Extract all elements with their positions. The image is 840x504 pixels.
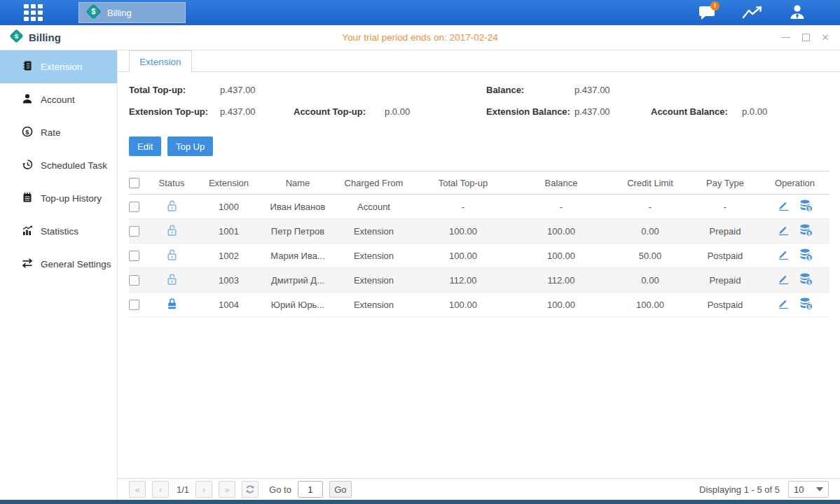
window-bottom-edge: [0, 500, 840, 504]
billing-diamond-icon: $: [9, 29, 24, 46]
go-button[interactable]: Go: [329, 481, 352, 498]
edit-extension-icon[interactable]: [777, 273, 790, 287]
topup-extension-icon[interactable]: $: [799, 298, 813, 312]
sidebar-item-label: Statistics: [41, 226, 78, 237]
row-checkbox[interactable]: [129, 226, 139, 237]
table-row: 1003Дмитрий Д...Extension112.00112.000.0…: [129, 268, 829, 293]
user-account-icon[interactable]: [785, 3, 809, 22]
total-topup-cell: -: [414, 195, 512, 219]
table-row: 1001Петр ПетровExtension100.00100.000.00…: [129, 219, 829, 244]
goto-label: Go to: [269, 484, 291, 495]
extension-cell: 1000: [195, 195, 262, 219]
sidebar-item-label: Account: [41, 94, 75, 105]
sidebar: Extension Account $ Rate Scheduled Task: [0, 50, 118, 500]
edit-extension-icon[interactable]: [777, 224, 790, 238]
topup-extension-icon[interactable]: $: [799, 200, 813, 214]
clock-icon: [22, 159, 33, 172]
goto-page-input[interactable]: [298, 481, 323, 498]
person-icon: [22, 93, 33, 106]
pay-type-cell: Prepaid: [690, 219, 760, 244]
messages-icon[interactable]: !: [696, 3, 719, 22]
chevron-down-icon: [816, 487, 823, 491]
sidebar-item-topup-history[interactable]: Top-up History: [0, 182, 117, 215]
resource-monitor-icon[interactable]: [741, 3, 764, 22]
topup-extension-icon[interactable]: $: [799, 273, 813, 288]
top-up-button[interactable]: Top Up: [167, 136, 213, 156]
prev-page-button[interactable]: ‹: [152, 481, 169, 498]
svg-text:$: $: [808, 230, 811, 236]
name-cell: Мария Ива...: [262, 244, 333, 268]
sidebar-item-statistics[interactable]: Statistics: [0, 215, 117, 248]
col-total-topup: Total Top-up: [414, 172, 512, 195]
table-row: 1000Иван ИвановAccount----$: [129, 195, 829, 219]
taskbar-billing-tab[interactable]: $ Billing: [78, 2, 186, 23]
total-topup-cell: 112.00: [414, 268, 512, 293]
sidebar-item-label: Scheduled Task: [41, 160, 107, 171]
extension-cell: 1001: [195, 219, 262, 244]
last-page-button[interactable]: »: [219, 481, 235, 498]
row-checkbox[interactable]: [129, 202, 139, 212]
col-pay-type: Pay Type: [690, 172, 760, 195]
row-checkbox[interactable]: [129, 275, 139, 286]
total-topup-cell: 100.00: [414, 244, 512, 268]
edit-extension-icon[interactable]: [777, 298, 790, 312]
select-all-checkbox[interactable]: [129, 178, 139, 188]
trial-notice: Your trial period ends on: 2017-02-24: [0, 25, 840, 50]
charged-from-cell: Extension: [333, 244, 414, 268]
row-checkbox[interactable]: [129, 300, 139, 310]
table-header-row: Status Extension Name Charged From Total…: [129, 172, 829, 195]
col-charged-from: Charged From: [333, 172, 414, 195]
name-cell: Дмитрий Д...: [262, 268, 333, 293]
svg-text:$: $: [808, 304, 811, 309]
close-icon[interactable]: ×: [822, 34, 829, 41]
sidebar-item-general-settings[interactable]: General Settings: [0, 248, 117, 281]
topup-extension-icon[interactable]: $: [799, 248, 813, 263]
topbar-icons: !: [696, 0, 809, 25]
balance-cell: 100.00: [512, 293, 610, 317]
topup-extension-icon[interactable]: $: [799, 224, 813, 239]
col-extension: Extension: [195, 172, 262, 195]
account-balance-value: p.0.00: [742, 106, 767, 117]
sidebar-item-account[interactable]: Account: [0, 83, 117, 116]
window-title: Billing: [29, 31, 61, 43]
svg-text:$: $: [808, 279, 811, 285]
minimize-icon[interactable]: [781, 37, 790, 38]
charged-from-cell: Account: [333, 195, 414, 219]
credit-limit-cell: 50.00: [610, 244, 690, 268]
unlocked-status-icon: [166, 253, 178, 263]
sidebar-item-scheduled-task[interactable]: Scheduled Task: [0, 149, 117, 182]
page-indicator: 1/1: [177, 484, 189, 495]
next-page-button[interactable]: ›: [195, 481, 212, 498]
table-row: 1002Мария Ива...Extension100.00100.0050.…: [129, 244, 829, 268]
row-checkbox[interactable]: [129, 251, 139, 261]
unlocked-status-icon: [166, 204, 178, 214]
total-topup-label: Total Top-up:: [129, 85, 186, 95]
pagination-bar: « ‹ 1/1 › » Go to Go Displaying 1 - 5 of…: [118, 478, 840, 500]
first-page-button[interactable]: «: [129, 481, 146, 498]
extension-balance-value: p.437.00: [574, 106, 610, 117]
name-cell: Иван Иванов: [262, 195, 333, 219]
account-topup-label: Account Top-up:: [294, 106, 366, 117]
name-cell: Петр Петров: [262, 219, 333, 244]
svg-text:$: $: [15, 32, 19, 40]
edit-extension-icon[interactable]: [777, 248, 790, 262]
edit-button[interactable]: Edit: [129, 136, 161, 156]
tab-extension[interactable]: Extension: [129, 50, 192, 72]
maximize-icon[interactable]: [802, 34, 810, 41]
window-titlebar: Your trial period ends on: 2017-02-24 $ …: [0, 25, 840, 50]
extension-topup-value: p.437.00: [220, 106, 256, 117]
refresh-icon[interactable]: [242, 481, 259, 498]
page-size-select[interactable]: 10: [788, 481, 829, 498]
total-topup-cell: 100.00: [414, 293, 512, 317]
svg-text:$: $: [808, 255, 811, 260]
sidebar-item-extension[interactable]: Extension: [0, 50, 117, 83]
app-launcher-icon[interactable]: [24, 4, 49, 22]
sidebar-item-rate[interactable]: $ Rate: [0, 116, 117, 149]
svg-text:$: $: [92, 7, 96, 15]
pay-type-cell: Postpaid: [690, 244, 760, 268]
edit-extension-icon[interactable]: [777, 200, 790, 214]
table-row: 1004Юрий Юрь...Extension100.00100.00100.…: [129, 293, 829, 317]
credit-limit-cell: -: [610, 195, 690, 219]
pay-type-cell: Postpaid: [690, 293, 760, 317]
pay-type-cell: -: [690, 195, 760, 219]
